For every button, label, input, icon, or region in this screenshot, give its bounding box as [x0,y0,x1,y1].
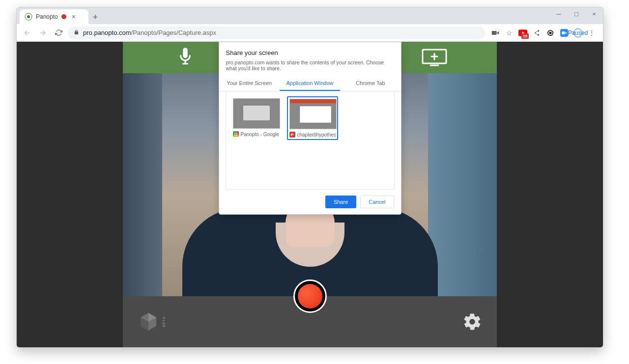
profile-status: Paused [568,29,588,36]
share-screen-dialog: Share your screen pro.panopto.com wants … [219,42,401,215]
svg-rect-8 [183,48,187,58]
dialog-tabs: Your Entire Screen Application Window Ch… [219,76,401,91]
gear-icon [462,312,482,332]
record-icon [298,284,322,308]
camera-ext-icon[interactable] [491,28,500,37]
extension-icons: ☆ 19 Paused ⋮ [488,28,599,37]
youtube-ext-icon[interactable]: 19 [518,28,527,37]
maximize-button[interactable]: □ [571,10,582,18]
back-button[interactable] [21,27,33,39]
window-controls: ─ □ × [553,10,600,18]
powerpoint-icon [289,132,295,138]
tab-title: Panopto [36,13,58,20]
window-label: Panopto - Google Chro... [241,132,280,137]
settings-button[interactable] [462,312,482,332]
video-area: BETA Share your screen pro.panopto.com w… [123,42,497,347]
dialog-actions: Share Cancel [226,196,394,208]
cancel-button[interactable]: Cancel [360,196,394,208]
app-content: BETA Share your screen pro.panopto.com w… [17,42,603,347]
menu-icon[interactable]: ⋮ [587,28,596,37]
tab-close-icon[interactable]: × [72,13,76,21]
chrome-icon [233,131,239,137]
add-screen-icon [421,48,448,67]
minimize-button[interactable]: ─ [553,10,565,18]
profile-button[interactable]: Paused [573,28,582,37]
browser-window: Panopto × + ─ □ × pro.panopto.com/Panopt… [16,7,603,348]
dialog-title: Share your screen [226,49,394,56]
star-icon[interactable]: ☆ [505,28,514,37]
window-label: chapter8hypothesistes... [297,132,336,138]
forward-button[interactable] [36,27,49,39]
beta-label: BETA [162,316,166,327]
new-tab-button[interactable]: + [88,10,102,24]
zoom-ext-icon[interactable] [560,28,569,37]
window-preview [289,99,337,129]
panopto-favicon-icon [25,13,32,21]
svg-point-1 [27,15,30,18]
svg-point-5 [549,32,551,34]
record-button[interactable] [293,280,327,313]
window-preview [233,98,280,129]
svg-rect-7 [562,31,565,34]
share-button[interactable]: Share [325,196,356,208]
reload-button[interactable] [52,27,65,39]
window-option-chrome[interactable]: Panopto - Google Chro... [231,96,282,140]
lock-icon [74,29,79,36]
window-picker: Panopto - Google Chro... chapter8hypothe… [226,91,395,190]
address-bar: pro.panopto.com/Panopto/Pages/Capture.as… [17,24,603,42]
url-path: /Panopto/Pages/Capture.aspx [131,29,216,36]
tab-entire-screen[interactable]: Your Entire Screen [219,76,280,91]
panopto-logo: BETA [138,311,166,333]
circle-ext-icon[interactable] [546,28,555,37]
window-option-powerpoint[interactable]: chapter8hypothesistes... [287,96,338,140]
svg-rect-2 [492,31,497,35]
microphone-icon [178,48,192,67]
url-domain: pro.panopto.com [83,29,131,36]
recording-indicator-icon [61,14,66,19]
dialog-subtitle: pro.panopto.com wants to share the conte… [226,59,394,71]
share-ext-icon[interactable] [532,28,541,37]
tab-strip: Panopto × + ─ □ × [17,7,603,24]
tab-application-window[interactable]: Application Window [280,76,340,91]
close-window-button[interactable]: × [588,10,600,18]
browser-tab[interactable]: Panopto × [20,9,88,24]
url-field[interactable]: pro.panopto.com/Panopto/Pages/Capture.as… [68,27,485,39]
logo-icon [138,311,159,333]
tab-chrome-tab[interactable]: Chrome Tab [340,76,400,91]
